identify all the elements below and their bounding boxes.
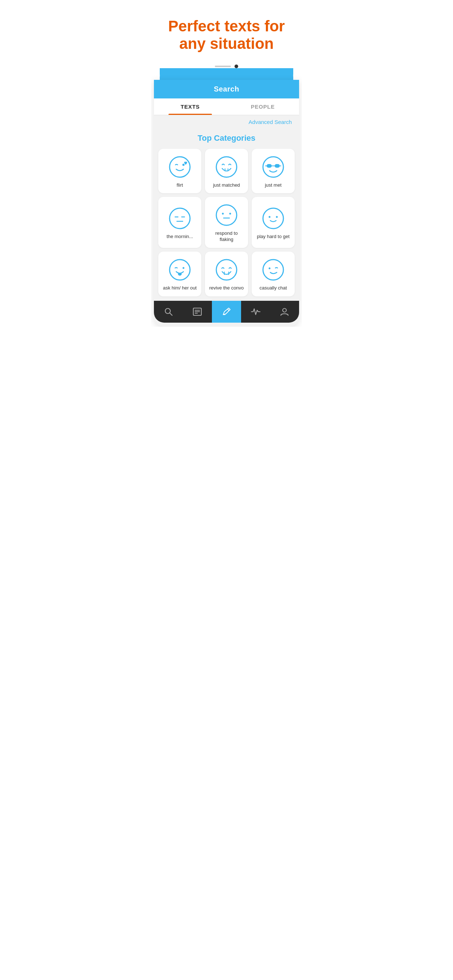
just-met-label: just met: [265, 182, 282, 188]
category-play-hard[interactable]: play hard to get: [252, 197, 295, 248]
casually-chat-icon: [262, 258, 285, 282]
category-casually-chat[interactable]: casually chat: [252, 251, 295, 296]
svg-point-0: [170, 157, 190, 177]
notch-spacer: [185, 68, 268, 80]
casually-chat-label: casually chat: [259, 285, 287, 291]
hero-section: Perfect texts for any situation: [151, 0, 302, 62]
svg-point-23: [183, 267, 185, 269]
hard-to-get-label: play hard to get: [257, 234, 290, 240]
svg-line-37: [228, 309, 229, 310]
status-dot: [234, 65, 238, 68]
svg-point-1: [182, 164, 185, 166]
svg-point-17: [230, 213, 231, 215]
svg-point-5: [263, 157, 283, 177]
svg-point-15: [216, 205, 237, 225]
svg-point-25: [179, 273, 181, 275]
ask-out-icon: [168, 258, 191, 282]
tab-texts[interactable]: TEXTS: [154, 99, 226, 115]
morning-label: the mornin...: [167, 234, 193, 240]
category-the-morning[interactable]: the mornin...: [158, 197, 201, 248]
svg-point-29: [263, 259, 283, 280]
notch-left: [160, 68, 185, 80]
category-ask-out[interactable]: ask him/ her out: [158, 251, 201, 296]
svg-point-22: [170, 259, 190, 280]
category-flirt[interactable]: flirt: [158, 149, 201, 194]
revive-convo-label: revive the convo: [209, 285, 244, 291]
list-nav-icon: [192, 307, 203, 317]
svg-point-11: [170, 208, 190, 229]
tab-people[interactable]: PEOPLE: [226, 99, 299, 115]
nav-activity[interactable]: [241, 301, 270, 323]
flirt-label: flirt: [177, 182, 183, 188]
morning-icon: [168, 207, 191, 230]
just-matched-icon: [215, 155, 238, 179]
svg-point-2: [216, 157, 237, 177]
advanced-search-link[interactable]: Advanced Search: [249, 119, 292, 125]
just-met-icon: [262, 155, 285, 179]
bottom-nav: [154, 301, 299, 323]
svg-point-16: [222, 213, 224, 215]
tabs-container: TEXTS PEOPLE: [154, 99, 299, 115]
svg-point-19: [263, 208, 283, 229]
svg-point-39: [283, 309, 286, 312]
svg-point-21: [276, 216, 278, 218]
flaking-label: respond to flaking: [209, 231, 244, 243]
nav-edit[interactable]: [212, 301, 241, 323]
phone-top-bar: [160, 68, 293, 80]
just-matched-label: just matched: [213, 182, 240, 188]
flirt-icon: [168, 155, 191, 179]
svg-rect-7: [274, 164, 280, 168]
phone-status: [151, 62, 302, 68]
categories-grid: flirt: [158, 149, 295, 297]
nav-search[interactable]: [154, 301, 183, 323]
svg-point-26: [216, 259, 237, 280]
svg-line-32: [170, 313, 172, 316]
nav-list[interactable]: [183, 301, 212, 323]
nav-profile[interactable]: [270, 301, 299, 323]
category-just-matched[interactable]: just matched: [205, 149, 248, 194]
search-bar-label: Search: [214, 85, 239, 93]
activity-nav-icon: [250, 307, 261, 317]
categories-title: Top Categories: [158, 134, 295, 143]
phone-container: Perfect texts for any situation Search T…: [151, 0, 302, 327]
advanced-search-bar: Advanced Search: [154, 115, 299, 129]
notch-right: [268, 68, 293, 80]
ask-out-label: ask him/ her out: [163, 285, 197, 291]
revive-convo-icon: [215, 258, 238, 282]
status-line: [215, 65, 231, 67]
hero-title: Perfect texts for any situation: [163, 18, 290, 53]
edit-nav-icon: [222, 307, 231, 317]
svg-point-20: [269, 216, 271, 218]
flaking-icon: [215, 204, 238, 227]
app-screen: Search TEXTS PEOPLE Advanced Search Top …: [154, 80, 299, 327]
category-revive-convo[interactable]: revive the convo: [205, 251, 248, 296]
search-nav-icon: [163, 307, 174, 317]
category-respond-flaking[interactable]: respond to flaking: [205, 197, 248, 248]
category-just-met[interactable]: just met: [252, 149, 295, 194]
svg-point-30: [269, 267, 271, 269]
categories-section: Top Categories: [154, 129, 299, 301]
profile-nav-icon: [279, 307, 290, 317]
svg-rect-6: [266, 164, 272, 168]
hard-to-get-icon: [262, 207, 285, 230]
search-bar[interactable]: Search: [154, 80, 299, 99]
